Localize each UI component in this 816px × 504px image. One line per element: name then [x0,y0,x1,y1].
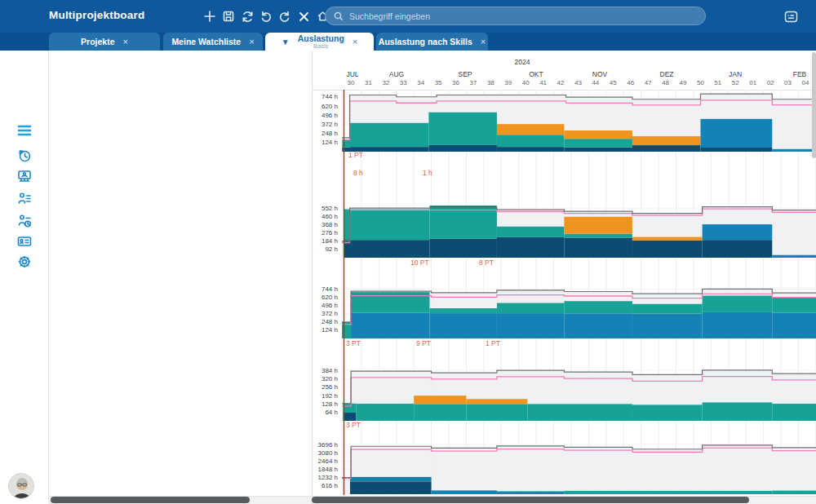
tab-close-icon[interactable]: × [481,37,486,46]
history-clock-icon [17,148,32,163]
utilization-chart[interactable] [342,90,816,495]
hour-tick-label: 64 h [313,409,338,416]
sidebar-menu-button[interactable] [14,120,35,141]
overload-amount-label: 1 h [423,169,432,177]
add-button[interactable] [201,7,219,25]
tab-label: Meine Watchliste [171,37,241,46]
hour-tick-label: 744 h [313,93,338,100]
month-label: JAN [729,70,742,78]
overload-amount-label: 3 PT [346,339,361,347]
notifications-button[interactable] [782,7,800,25]
horizontal-scrollbar-thumb-chart[interactable] [312,497,749,503]
hour-tick-label: 248 h [313,130,338,137]
hour-tick-label: 3080 h [313,449,338,457]
week-label: 41 [536,79,551,86]
hour-tick-label: 320 h [313,375,338,382]
avatar-photo [9,474,34,499]
week-label: 44 [588,79,603,86]
week-label: 39 [501,79,516,86]
search-icon [334,11,344,21]
sidebar-person-time-button[interactable] [14,210,35,232]
feed-icon [784,11,798,23]
save-button[interactable] [220,7,237,25]
overload-amount-label: 8 PT [479,259,494,267]
week-label: 46 [623,79,638,86]
refresh-button[interactable] [238,7,256,25]
week-label: 49 [676,79,690,86]
header-bar: Multiprojektboard [0,0,816,33]
chevron-down-icon[interactable]: ▼ [282,38,290,46]
hamburger-icon [17,125,32,136]
week-label: 35 [431,79,446,86]
person-list-icon [17,192,32,206]
hour-tick-label: 256 h [313,383,338,391]
hour-tick-label: 128 h [313,400,338,408]
tab-label: Auslastung [298,34,344,43]
week-label: 40 [518,79,533,86]
week-label: 42 [553,79,568,86]
tab-projekte[interactable]: Projekte × [49,33,160,51]
overload-amount-label: 10 PT [410,259,429,267]
hour-tick-label: 620 h [313,294,338,301]
hour-tick-label: 1232 h [313,474,338,481]
tab-close-icon[interactable]: × [353,37,357,46]
app-title: Multiprojektboard [49,9,144,21]
hour-tick-label: 1848 h [313,466,338,473]
search-input[interactable] [349,11,659,21]
tab-close-icon[interactable]: × [249,37,254,46]
tab-auslastung[interactable]: ▼ Auslastung Basis × [265,33,374,51]
user-avatar[interactable] [8,473,34,499]
hour-tick-label: 3696 h [313,441,338,449]
week-label: 32 [379,79,393,86]
search-box[interactable] [325,7,706,25]
week-label: 51 [711,79,725,86]
week-label: 43 [570,79,585,86]
week-label: 45 [605,79,620,86]
org-board-icon [17,169,32,183]
month-label: DEZ [660,70,674,78]
overload-amount-label: 1 PT [486,339,500,347]
sidebar [0,51,49,504]
week-label: 37 [466,79,481,86]
redo-icon [279,11,290,22]
id-card-icon [17,236,32,247]
month-label: OKT [529,70,543,78]
week-label: 52 [728,79,743,86]
overload-amount-label: 8 h [353,169,363,177]
hour-tick-label: 92 h [313,245,338,253]
sidebar-settings-button[interactable] [14,251,35,272]
hour-tick-label: 496 h [313,302,338,309]
week-label: 36 [449,79,463,86]
week-label: 34 [414,79,428,86]
tab-close-icon[interactable]: × [123,37,128,46]
overload-amount-label: 1 PT [348,151,363,159]
horizontal-scrollbar-thumb-panel[interactable] [51,497,250,503]
tab-sublabel: Basis [313,43,328,50]
overload-amount-label: 3 PT [346,421,361,429]
redo-button[interactable] [276,7,294,25]
person-clock-icon [17,214,32,228]
vertical-scrollbar-thumb[interactable] [812,52,816,158]
sidebar-history-button[interactable] [14,145,35,166]
hour-tick-label: 192 h [313,392,338,400]
sidebar-id-card-button[interactable] [14,231,35,252]
tab-meine-watchliste[interactable]: Meine Watchliste × [163,33,263,51]
hour-tick-label: 616 h [313,482,338,489]
hour-tick-label: 372 h [313,310,338,317]
undo-icon [260,11,272,22]
resource-panel [49,51,313,496]
close-button[interactable] [295,7,313,25]
utilization-chart-canvas[interactable] [342,90,816,495]
sidebar-team-skills-button[interactable] [14,188,35,210]
plus-icon [204,11,215,22]
tab-bar: Projekte × Meine Watchliste × ▼ Auslastu… [0,33,816,51]
month-label: NOV [592,70,607,78]
tab-auslastung-nach-skills[interactable]: Auslastung nach Skills × [376,33,488,51]
month-label: FEB [793,70,807,78]
week-label: 31 [361,79,375,86]
gear-icon [17,254,32,269]
sidebar-board-button[interactable] [14,166,35,187]
month-label: SEP [458,70,472,78]
week-label: 01 [746,79,761,86]
undo-button[interactable] [257,7,275,25]
